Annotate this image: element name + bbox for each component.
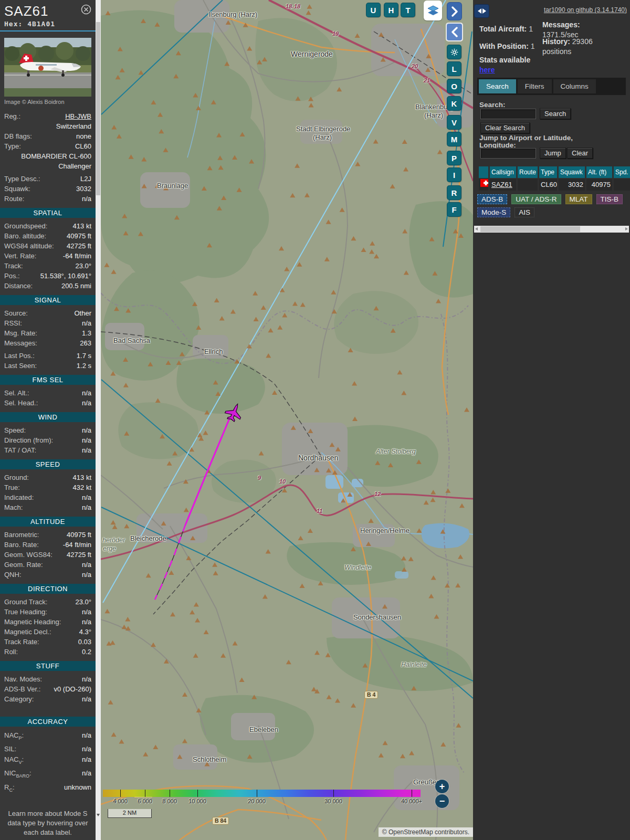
layer-switcher-button[interactable] — [424, 1, 442, 20]
data-value: n/a — [26, 425, 91, 435]
search-input[interactable] — [480, 109, 536, 119]
map-button-F[interactable]: F — [447, 203, 461, 216]
scroll-left-icon[interactable] — [475, 227, 478, 230]
map-label: Ilsenburg (Harz) — [208, 10, 257, 18]
data-label: Ground: — [4, 472, 29, 482]
scrollbar-thumb[interactable] — [96, 22, 100, 195]
section-wind: WINDSpeed:n/aDirection (from):n/aTAT / O… — [0, 412, 96, 455]
data-label: Speed: — [4, 425, 26, 435]
data-value: 23.0° — [47, 597, 91, 607]
jump-clear-button[interactable]: Clear — [567, 148, 593, 159]
map-label: Hainleite — [401, 661, 427, 668]
route-cell[interactable] — [518, 179, 538, 191]
peak-icon — [193, 653, 198, 658]
flag-cell[interactable] — [479, 179, 488, 191]
map-button-K[interactable]: K — [447, 97, 461, 110]
callsign-cell[interactable]: SAZ61 — [490, 179, 516, 191]
jump-label-line1: Jump to Airport or Latitude, — [479, 134, 573, 142]
peak-icon — [304, 193, 310, 197]
map-button-H[interactable]: H — [384, 3, 398, 17]
peak-icon — [309, 103, 314, 108]
data-label: Geom. Rate: — [4, 560, 43, 570]
tab-columns[interactable]: Columns — [553, 79, 596, 93]
map-button-P[interactable]: P — [447, 151, 461, 165]
altitude-legend — [103, 790, 421, 797]
panel-width-toggle-button[interactable] — [474, 4, 489, 18]
data-label: Magnetic Heading: — [4, 617, 61, 627]
zoom-out-button[interactable]: − — [435, 794, 449, 808]
github-version-link[interactable]: tar1090 on github (3.14.1740) — [544, 6, 627, 14]
map-button-I[interactable]: I — [447, 168, 461, 182]
map-button-V[interactable]: V — [447, 116, 461, 129]
tab-search[interactable]: Search — [479, 79, 516, 93]
map[interactable]: Ilsenburg (Harz)WernigerodeStadt Elbinge… — [101, 0, 473, 840]
jump-input[interactable] — [480, 148, 536, 159]
source-chip-ads-b[interactable]: ADS-B — [477, 194, 507, 204]
table-horizontal-scrollbar[interactable] — [474, 226, 629, 233]
sidebar-expand-button[interactable] — [447, 3, 461, 20]
peak-icon — [167, 461, 172, 466]
peak-icon — [170, 612, 175, 617]
col-header-Callsign[interactable]: Callsign — [490, 166, 516, 178]
peak-icon — [213, 571, 218, 575]
scroll-right-icon[interactable] — [625, 227, 628, 230]
data-value: n/a — [47, 607, 91, 617]
squawk-cell[interactable]: 3032 — [559, 179, 585, 191]
info-value: n/a — [24, 194, 91, 204]
photo-credit: Image © Alexis Boidron — [4, 99, 91, 105]
source-chip-mode-s[interactable]: Mode-S — [477, 207, 510, 217]
map-attribution[interactable]: © OpenStreetMap contributors. — [379, 827, 473, 837]
search-button[interactable]: Search — [540, 108, 571, 119]
col-header-Spd.[interactable]: Spd. — [614, 166, 630, 178]
peak-icon — [355, 33, 360, 38]
settings-button[interactable] — [447, 45, 461, 59]
data-label: Sel. Head.: — [4, 398, 38, 408]
stats-here-link[interactable]: here — [479, 66, 495, 74]
map-button-L[interactable]: L — [447, 62, 461, 76]
peak-icon — [458, 554, 463, 559]
zoom-in-button[interactable]: + — [435, 780, 449, 793]
data-label: WGS84 altitude: — [4, 241, 54, 251]
close-icon[interactable] — [81, 4, 91, 15]
jump-button[interactable]: Jump — [540, 148, 566, 159]
data-row: Msg. Rate:1.3 — [4, 328, 91, 338]
hscroll-thumb[interactable] — [480, 226, 580, 232]
source-chip-tis-b[interactable]: TIS-B — [596, 194, 623, 204]
source-chip-ais[interactable]: AIS — [514, 207, 534, 217]
legend-tick-label: 4 000 — [113, 798, 128, 804]
sidebar-collapse-button[interactable] — [446, 23, 463, 41]
col-header-Alt. (ft)[interactable]: Alt. (ft) — [586, 166, 612, 178]
clear-search-button[interactable]: Clear Search — [480, 122, 530, 133]
tab-filters[interactable]: Filters — [518, 79, 552, 93]
registration-link[interactable]: HB-JWB — [20, 111, 91, 121]
alt-cell[interactable]: 40975 — [586, 179, 612, 191]
aircraft-info-row: Squawk:3032 — [4, 184, 91, 194]
col-header-Type[interactable]: Type — [539, 166, 557, 178]
map-button-R[interactable]: R — [447, 186, 461, 200]
peak-icon — [282, 313, 287, 318]
data-label: RC: — [4, 782, 15, 796]
scrollbar-down-arrow-icon[interactable] — [97, 814, 100, 816]
table-row[interactable]: SAZ61CL60303240975 — [479, 178, 630, 191]
peak-icon — [445, 583, 450, 588]
callsign-link[interactable]: SAZ61 — [491, 181, 512, 188]
triangle-left-icon — [478, 8, 481, 14]
map-button-O[interactable]: O — [447, 79, 461, 93]
map-button-T[interactable]: T — [401, 3, 415, 17]
peak-icon — [146, 573, 151, 578]
map-button-U[interactable]: U — [366, 3, 380, 17]
left-panel-scrollbar[interactable] — [96, 0, 101, 840]
map-button-M[interactable]: M — [447, 132, 461, 146]
col-header-Route[interactable]: Route — [518, 166, 538, 178]
data-row: Sel. Head.:n/a — [4, 398, 91, 408]
spd-cell[interactable] — [614, 179, 630, 191]
data-value: n/a — [34, 492, 91, 502]
source-chip-mlat[interactable]: MLAT — [565, 194, 592, 204]
type-cell[interactable]: CL60 — [539, 179, 557, 191]
col-header-flag[interactable] — [479, 166, 488, 178]
section-header: WIND — [0, 412, 96, 422]
data-row: TAT / OAT:n/a — [4, 445, 91, 455]
data-value: n/a — [22, 318, 91, 328]
col-header-Squawk[interactable]: Squawk — [559, 166, 585, 178]
source-chip-uat-ads-r[interactable]: UAT / ADS-R — [511, 194, 561, 204]
